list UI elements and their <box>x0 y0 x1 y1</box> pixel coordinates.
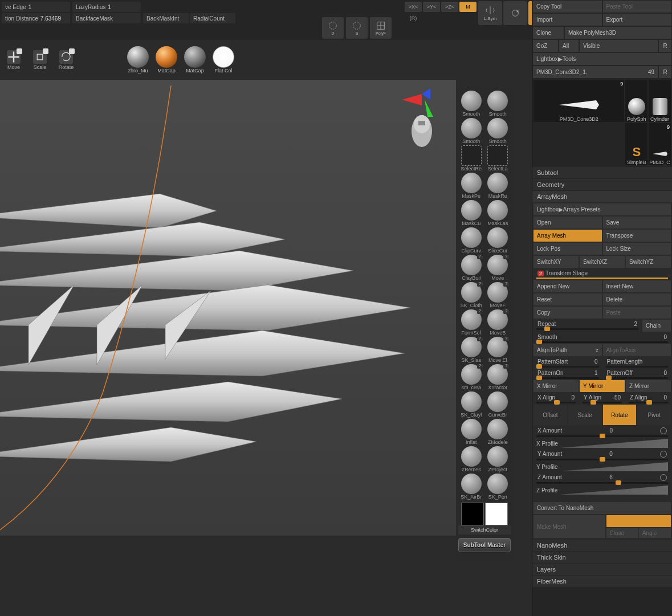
viewport[interactable] <box>0 80 456 536</box>
repeat-slider[interactable]: Repeat2 <box>533 319 642 332</box>
tool-name-field[interactable]: PM3D_Cone3D2_1.49 <box>533 66 658 78</box>
tool-thumb-pm3dc[interactable]: 9PM3D_C <box>649 123 671 165</box>
subtool-header[interactable]: Subtool <box>532 167 672 178</box>
x-mirror-button[interactable]: X Mirror <box>533 380 579 392</box>
align-to-path-button[interactable]: AlignToPathz <box>533 344 602 356</box>
color-white-swatch[interactable] <box>485 503 508 525</box>
goz-button[interactable]: GoZ <box>533 40 558 52</box>
switch-yz-button[interactable]: SwitchYZ <box>626 256 671 268</box>
y-mirror-button[interactable]: Y Mirror <box>580 380 625 392</box>
tool-thumb-main[interactable]: 9 PM3D_Cone3D2 <box>533 80 624 122</box>
material-MatCap[interactable]: MatCap <box>181 46 209 74</box>
append-new-button[interactable]: Append New <box>533 280 602 292</box>
material-Flat Col[interactable]: Flat Col <box>210 46 237 74</box>
material-zbro_Mu[interactable]: zbro_Mu <box>124 46 152 74</box>
brush-ClayBuil[interactable]: ?ClayBuil <box>458 255 484 282</box>
z-amount-slider[interactable]: Z Amount6 <box>533 472 671 484</box>
copy-button[interactable]: Copy <box>533 307 602 319</box>
brush-XTractor[interactable]: ?XTractor <box>485 364 511 391</box>
switch-xy-button[interactable]: SwitchXY <box>533 256 579 268</box>
z-align-slider[interactable]: Z Align0 <box>625 393 671 404</box>
brush-MaskPe[interactable]: MaskPe <box>458 173 484 199</box>
copy-tool-button[interactable]: Copy Tool <box>533 1 602 13</box>
nanomesh-header[interactable]: NanoMesh <box>532 540 672 551</box>
tool-thumb-polysphere[interactable]: PolySph <box>625 80 647 122</box>
scale-button[interactable]: Scale <box>28 50 51 70</box>
brush-ZRemes[interactable]: ZRemes <box>458 446 484 473</box>
paste-button[interactable]: Paste <box>603 307 671 319</box>
subtool-master-button[interactable]: SubTool Master <box>458 538 511 552</box>
polyframe-button[interactable]: PolyF <box>370 17 392 39</box>
reset-button[interactable]: Reset <box>533 293 602 305</box>
goz-r-button[interactable]: R <box>659 40 671 52</box>
brush-SliceCur[interactable]: SliceCur <box>485 227 511 254</box>
scale-tab[interactable]: Scale <box>568 405 602 425</box>
close-button[interactable]: Close <box>606 528 638 538</box>
brush-Move El[interactable]: ?Move El <box>485 337 511 364</box>
transform-stage-slider[interactable]: 2Transform Stage <box>533 268 671 280</box>
brush-ZProject[interactable]: ZProject <box>485 446 511 473</box>
angle-button[interactable]: Angle <box>639 528 671 538</box>
pivot-tab[interactable]: Pivot <box>637 405 671 425</box>
layers-header[interactable]: Layers <box>532 564 672 575</box>
offset-tab[interactable]: Offset <box>533 405 567 425</box>
brush-ZModele[interactable]: ZModele <box>485 419 511 446</box>
y-profile-curve[interactable]: Y Profile <box>533 461 671 472</box>
brush-sm_crea[interactable]: ?sm_crea <box>458 364 484 391</box>
goz-visible-button[interactable]: Visible <box>580 40 658 52</box>
brush-SK_Clayl[interactable]: SK_Clayl <box>458 391 484 418</box>
align-to-axis-button[interactable]: AlignToAxis <box>603 344 671 356</box>
brush-Smooth[interactable]: Smooth <box>485 118 511 145</box>
axis-x-button[interactable]: >X< <box>405 2 422 12</box>
brush-SK_AirBr[interactable]: SK_AirBr <box>458 474 484 500</box>
lock-pos-button[interactable]: Lock Pos <box>533 243 602 255</box>
make-mesh-button[interactable]: Make Mesh <box>533 515 605 538</box>
x-align-slider[interactable]: X Align0 <box>533 393 579 404</box>
brush-Smooth[interactable]: Smooth <box>458 91 484 117</box>
brush-MoveF[interactable]: ?MoveF <box>485 282 511 309</box>
backmask-int-slider[interactable]: BackMaskInt <box>143 13 189 23</box>
y-align-slider[interactable]: Y Align-50 <box>579 393 625 404</box>
clone-button[interactable]: Clone <box>533 27 564 39</box>
brush-Smooth[interactable]: Smooth <box>458 118 484 145</box>
axis-m-button[interactable]: M <box>459 2 476 12</box>
lightbox-arrays-button[interactable]: Lightbox▶Arrays Presets <box>533 203 671 215</box>
brush-Move[interactable]: ?Move <box>485 255 511 282</box>
dynamic-button[interactable]: D <box>322 17 344 39</box>
transpose-button[interactable]: Transpose <box>603 230 671 242</box>
y-amount-slider[interactable]: Y Amount0 <box>533 449 671 461</box>
axis-y-button[interactable]: >Y< <box>423 2 440 12</box>
brush-MaskRe[interactable]: MaskRe <box>485 173 511 199</box>
fibermesh-header[interactable]: FiberMesh <box>532 576 672 587</box>
pattern-off-slider[interactable]: PatternOff0 <box>602 368 672 380</box>
smooth-slider[interactable]: Smooth0 <box>533 332 671 344</box>
backface-mask-button[interactable]: BackfaceMask <box>72 13 141 23</box>
brush-MaskCu[interactable]: MaskCu <box>458 200 484 227</box>
make-mesh-sub-button[interactable] <box>606 515 671 527</box>
chain-button[interactable]: Chain <box>642 320 671 332</box>
x-amount-slider[interactable]: X Amount0 <box>533 426 671 438</box>
tool-r-button[interactable]: R <box>659 66 671 78</box>
insert-new-button[interactable]: Insert New <box>603 280 671 292</box>
pattern-length-slider[interactable]: PatternLength <box>602 357 672 368</box>
axis-z-button[interactable]: >Z< <box>441 2 458 12</box>
brush-FormSof[interactable]: ?FormSof <box>458 309 484 336</box>
make-polymesh-button[interactable]: Make PolyMesh3D <box>565 27 671 39</box>
brush-ClipCurv[interactable]: ClipCurv <box>458 227 484 254</box>
goz-all-button[interactable]: All <box>559 40 579 52</box>
brush-Smooth[interactable]: Smooth <box>485 91 511 117</box>
brush-Inflat[interactable]: Inflat <box>458 419 484 446</box>
delete-button[interactable]: Delete <box>603 293 671 305</box>
tool-thumb-simpleb[interactable]: SSimpleB <box>625 123 647 165</box>
brush-MoveB[interactable]: ?MoveB <box>485 309 511 336</box>
import-button[interactable]: Import <box>533 14 602 26</box>
switch-color-button[interactable]: SwitchColor <box>458 525 511 535</box>
brush-SelectRe[interactable]: SelectRe <box>458 145 484 172</box>
switch-xz-button[interactable]: SwitchXZ <box>580 256 625 268</box>
tool-thumb-cylinder[interactable]: Cylinder <box>649 80 671 122</box>
action-distance-slider[interactable]: tion Distance7.63469 <box>2 13 70 23</box>
rotate-tab[interactable]: Rotate <box>603 405 637 425</box>
brush-SK_Slas[interactable]: ?SK_Slas <box>458 337 484 364</box>
brush-SelectLa[interactable]: SelectLa <box>485 145 511 172</box>
save-button[interactable]: Save <box>603 217 671 229</box>
